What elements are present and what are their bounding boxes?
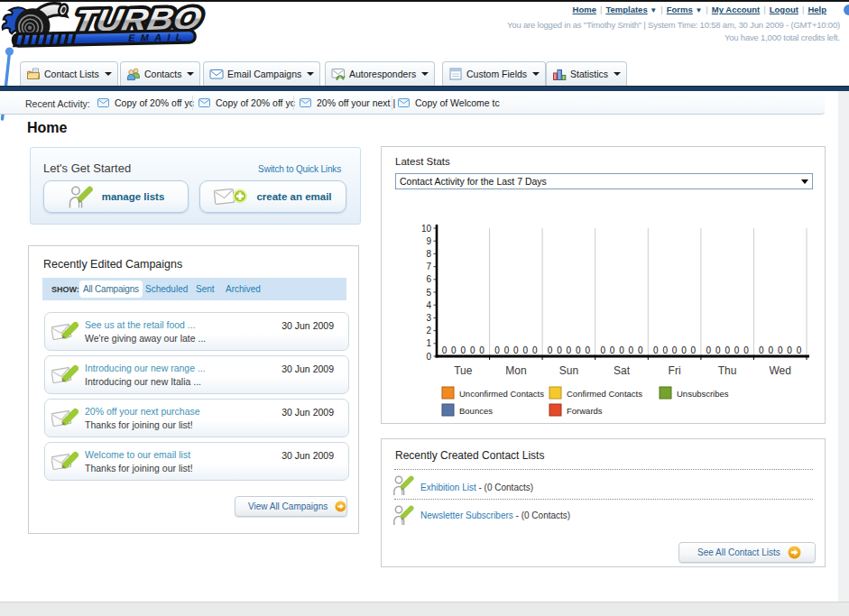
svg-text:0: 0 [451,345,457,355]
svg-text:Thu: Thu [718,364,737,377]
svg-text:0: 0 [442,345,448,355]
svg-text:Tue: Tue [454,364,473,377]
svg-text:0: 0 [576,345,581,355]
svg-text:Sat: Sat [614,364,631,377]
svg-text:0: 0 [715,345,721,355]
svg-text:0: 0 [585,345,590,355]
svg-text:6: 6 [426,274,431,284]
svg-text:Mon: Mon [505,364,526,377]
svg-text:0: 0 [461,345,466,355]
svg-text:Confirmed Contacts: Confirmed Contacts [567,389,642,399]
svg-text:Bounces: Bounces [459,406,493,416]
svg-text:5: 5 [426,288,431,298]
svg-text:Forwards: Forwards [567,406,603,416]
svg-text:0: 0 [494,345,500,355]
svg-text:0: 0 [426,352,431,362]
svg-text:0: 0 [479,345,484,355]
svg-text:10: 10 [421,224,432,234]
svg-text:3: 3 [426,313,431,323]
svg-text:0: 0 [778,345,783,355]
svg-text:0: 0 [787,345,792,355]
svg-text:Sun: Sun [559,364,578,377]
svg-text:0: 0 [769,345,774,355]
svg-text:4: 4 [426,300,431,310]
svg-text:0: 0 [600,345,605,355]
svg-text:0: 0 [523,345,529,355]
svg-text:7: 7 [426,262,431,271]
svg-text:Wed: Wed [769,364,790,377]
svg-text:0: 0 [638,345,643,355]
svg-text:1: 1 [426,338,431,348]
svg-text:0: 0 [734,345,740,355]
svg-text:0: 0 [672,345,678,355]
svg-text:2: 2 [426,326,431,336]
svg-text:0: 0 [629,345,634,355]
svg-text:9: 9 [426,236,431,246]
svg-text:0: 0 [743,345,749,355]
svg-text:0: 0 [759,345,764,355]
svg-text:0: 0 [548,345,553,355]
svg-text:Unsubscribes: Unsubscribes [677,389,729,399]
svg-text:0: 0 [724,345,730,355]
svg-text:0: 0 [610,345,615,355]
svg-text:0: 0 [513,345,519,355]
svg-text:8: 8 [426,249,431,259]
svg-text:Fri: Fri [669,364,681,377]
svg-text:0: 0 [797,345,802,355]
svg-text:0: 0 [532,345,538,355]
svg-text:0: 0 [619,345,624,355]
svg-text:0: 0 [504,345,510,355]
svg-text:EMAIL: EMAIL [128,32,187,43]
svg-text:0: 0 [567,345,572,355]
svg-text:0: 0 [557,345,562,355]
svg-text:0: 0 [681,345,687,355]
svg-text:0: 0 [691,345,697,355]
svg-text:0: 0 [706,345,712,355]
svg-text:0: 0 [662,345,668,355]
svg-text:0: 0 [653,345,659,355]
svg-text:0: 0 [470,345,475,355]
svg-text:Unconfirmed Contacts: Unconfirmed Contacts [459,389,544,399]
